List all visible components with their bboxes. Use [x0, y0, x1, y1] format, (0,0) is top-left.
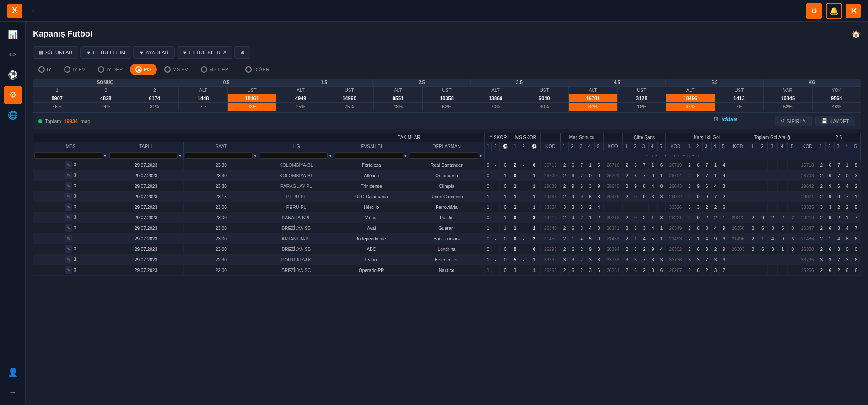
filters-button[interactable]: ▼ FİLTRELERİM: [80, 46, 131, 59]
edit-icon[interactable]: ✎: [65, 182, 72, 190]
td-cs5: [657, 202, 666, 213]
td-ms-sep: -: [519, 160, 528, 171]
td-mac4: 3: [586, 181, 595, 192]
settings-button[interactable]: ▼ AYARLAR: [133, 46, 175, 59]
td-iy-sep: -: [492, 160, 500, 171]
td-tg2: [758, 202, 768, 213]
home-icon[interactable]: 🏠: [852, 30, 861, 38]
kaydet-button[interactable]: 💾 KAYDET: [815, 116, 855, 126]
td-iy2: 0: [499, 244, 511, 255]
td-al5: 3: [852, 171, 860, 181]
td-iy-sep: -: [492, 171, 500, 181]
grid-button[interactable]: ⊞: [234, 46, 250, 59]
td-cs3: 7: [640, 171, 649, 181]
td-cs4: 1: [648, 213, 657, 223]
td-tg3: [768, 265, 778, 276]
th-kg3: 3.: [702, 142, 711, 151]
th-empty: [33, 133, 334, 142]
td-mac5: 3: [594, 255, 603, 265]
main-layout: 📊 ✏ ⚽ ⚙ 🌐 👤 → Kapanış Futbol 🏠 ▦ SÜTUNLA…: [0, 22, 868, 405]
td-al5: 1: [852, 192, 860, 202]
td-tg3: [768, 202, 778, 213]
sidebar-item-settings[interactable]: ⚙: [4, 86, 22, 104]
edit-icon[interactable]: ✎: [65, 172, 72, 179]
td-al5: 0: [852, 244, 860, 255]
columns-button[interactable]: ▦ SÜTUNLAR: [33, 46, 78, 59]
sidebar-item-dashboard[interactable]: 📊: [4, 26, 22, 44]
edit-icon[interactable]: ✎: [65, 193, 72, 200]
td-cs3: 4: [640, 234, 649, 244]
td-mac1: 2: [560, 192, 569, 202]
td-cs2: 9: [631, 192, 640, 202]
filter-saat: ▼: [183, 151, 259, 160]
tab-iy[interactable]: IY: [33, 64, 57, 75]
sidebar-item-football[interactable]: ⚽: [4, 66, 22, 84]
td-mac2: 6: [569, 244, 577, 255]
reset-filter-button[interactable]: ▼ FİLTRE SIFIRLA: [177, 46, 233, 59]
td-mac3: 6: [577, 181, 586, 192]
sidebar-item-logout[interactable]: →: [4, 383, 22, 401]
td-cs4: 9: [648, 244, 657, 255]
settings-icon[interactable]: ⚙: [806, 3, 822, 19]
tab-ms[interactable]: ● MS: [130, 64, 157, 75]
td-kod2: [603, 202, 623, 213]
filter-mbs-input[interactable]: [34, 152, 102, 159]
edit-icon[interactable]: ✎: [65, 161, 72, 169]
td-tg5: [787, 160, 798, 171]
th-ms2: 2: [519, 142, 528, 151]
edit-icon[interactable]: ✎: [65, 245, 72, 253]
td-kod5: 26266: [798, 265, 817, 276]
close-icon[interactable]: ✕: [846, 4, 861, 18]
sidebar-item-edit[interactable]: ✏: [4, 46, 22, 64]
stats-group-55: 5.5: [666, 79, 763, 86]
arrow-icon[interactable]: →: [27, 6, 36, 16]
logo[interactable]: X: [7, 4, 22, 18]
filter-saat-input[interactable]: [185, 152, 253, 159]
edit-icon[interactable]: ✎: [65, 224, 72, 232]
th-iy-gol: ⚽: [499, 142, 511, 151]
pct-75: 75%: [325, 103, 374, 111]
tab-ms-dep[interactable]: MS DEP: [195, 64, 234, 75]
edit-icon[interactable]: ✎: [65, 235, 72, 242]
filter-lig-input[interactable]: [260, 152, 328, 159]
td-mac1: 2: [560, 223, 569, 234]
td-ms2: 2: [528, 234, 540, 244]
td-kg4: 4: [711, 181, 720, 192]
td-kod3: 33736: [666, 255, 685, 265]
td-al4: 4: [843, 223, 852, 234]
val-8907: 8907: [33, 94, 81, 102]
sidebar-item-globe[interactable]: 🌐: [4, 106, 22, 124]
td-evsahibi: Fortaleza: [334, 160, 409, 171]
td-tarih: 29.07.2023: [108, 192, 183, 202]
sh-ust5: ÜST: [618, 87, 666, 94]
table-body: ✎ 3 29.07.2023 23:30 KOLOMBİYA-BL Fortal…: [33, 160, 861, 276]
tab-iy-ev[interactable]: IY EV: [59, 64, 91, 75]
td-cs1: 2: [623, 223, 631, 234]
summary-total-suffix: maç: [81, 118, 90, 124]
filter-ev-input[interactable]: [335, 152, 403, 159]
edit-icon[interactable]: ✎: [65, 214, 72, 221]
tab-ms-ev[interactable]: MS EV: [159, 64, 194, 75]
td-ms1: 0: [511, 234, 519, 244]
edit-icon[interactable]: ✎: [65, 266, 72, 274]
edit-icon[interactable]: ✎: [65, 203, 72, 211]
filter-dep-input[interactable]: [410, 152, 478, 159]
td-ms2: 0: [528, 244, 540, 255]
td-saat: 23:00: [183, 202, 259, 213]
td-mac1: 2: [560, 171, 569, 181]
sidebar-item-user[interactable]: 👤: [4, 363, 22, 381]
iddaa-checkbox[interactable]: ☑: [714, 117, 718, 122]
td-mbs: ✎ 3: [33, 202, 108, 213]
td-kg4: 4: [711, 223, 720, 234]
pct-31: 31%: [130, 103, 179, 111]
table-row: ✎ 3 29.07.2023 23:00 KANADA-KPL Valour P…: [33, 213, 861, 223]
pct-93b: 93%: [666, 103, 715, 111]
tab-diger[interactable]: DİĞER: [240, 64, 275, 75]
bell-icon[interactable]: 🔔: [826, 3, 842, 19]
filter-tarih-input[interactable]: [109, 152, 177, 159]
tab-iy-dep[interactable]: IY DEP: [92, 64, 128, 75]
td-mac5: 8: [594, 192, 603, 202]
edit-icon[interactable]: ✎: [65, 256, 72, 263]
sifirla-button[interactable]: ↺ SIFIRLA: [775, 116, 812, 126]
td-mac3: 7: [577, 160, 586, 171]
